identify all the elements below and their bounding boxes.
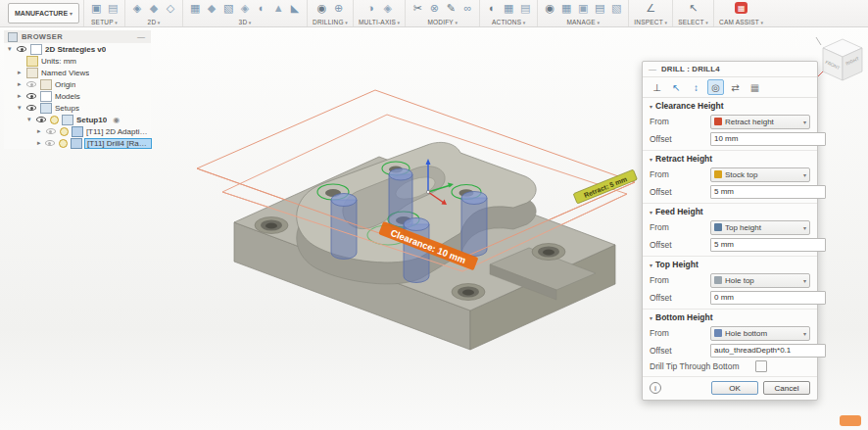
expander-icon[interactable] <box>37 127 43 135</box>
expander-icon[interactable] <box>27 116 33 123</box>
browser-item-document[interactable]: 2D Strategies v0 <box>4 43 151 55</box>
workspace-switcher[interactable]: MANUFACTURE <box>8 3 79 24</box>
feed-from-dropdown[interactable]: Top height <box>710 220 810 235</box>
ramp-icon[interactable] <box>271 2 285 15</box>
trim-icon[interactable] <box>410 2 424 15</box>
post-process-icon[interactable] <box>502 2 515 15</box>
dialog-drag-icon[interactable] <box>649 65 656 73</box>
browser-item-named-views[interactable]: Named Views <box>4 67 151 78</box>
expander-icon[interactable] <box>18 104 24 112</box>
browser-item-setup10[interactable]: Setup10 <box>4 114 151 125</box>
section-header[interactable]: Top Height <box>643 257 817 271</box>
visibility-eye-icon[interactable] <box>17 44 27 54</box>
expander-icon[interactable] <box>18 80 24 88</box>
browser-item-2d-adaptive8[interactable]: [T11] 2D Adaptive8 <box>4 125 151 137</box>
expander-icon[interactable] <box>18 92 24 100</box>
visibility-eye-icon[interactable] <box>36 115 47 124</box>
top-offset-input[interactable] <box>710 291 826 305</box>
3d-adaptive-icon[interactable] <box>188 2 202 15</box>
expander-icon[interactable] <box>8 45 14 53</box>
browser-item-units[interactable]: Units: mm <box>4 55 151 67</box>
stock-icon[interactable] <box>106 2 120 15</box>
toolbar-group-inspect-label[interactable]: INSPECT <box>634 19 667 25</box>
toolbar-group-setup-label[interactable]: SETUP <box>91 19 118 25</box>
measure-icon[interactable] <box>644 2 657 15</box>
toolpath-link-icon[interactable] <box>460 2 474 15</box>
browser-minimize-icon[interactable]: — <box>135 32 147 41</box>
toolbar-group-actions-label[interactable]: ACTIONS <box>492 19 526 25</box>
toolbar-group-cam-assist-label[interactable]: CAM ASSIST <box>719 19 763 25</box>
rotary-icon[interactable] <box>381 2 395 15</box>
toolbar-group-2d-label[interactable]: 2D <box>148 19 161 25</box>
2d-adaptive-icon[interactable] <box>130 2 144 15</box>
ok-button[interactable]: OK <box>711 381 758 395</box>
section-header[interactable]: Clearance Height <box>643 98 817 113</box>
clearance-from-dropdown[interactable]: Retract height <box>710 115 810 129</box>
toolbar-group-3d-label[interactable]: 3D <box>239 19 252 25</box>
template-icon[interactable] <box>593 2 606 15</box>
post-library-icon[interactable] <box>576 2 590 15</box>
section-header[interactable]: Retract Height <box>643 151 817 166</box>
expander-icon[interactable] <box>18 69 24 76</box>
visibility-eye-icon[interactable] <box>45 138 56 148</box>
tab-geometry[interactable] <box>668 79 685 95</box>
tab-post[interactable] <box>747 79 763 95</box>
tab-tool[interactable] <box>649 79 665 95</box>
cam-assist-icon[interactable] <box>735 2 747 14</box>
browser-item-drill4[interactable]: [T11] Drill4 [Rapid c... <box>4 137 151 149</box>
tool-library-icon[interactable] <box>543 2 556 15</box>
delete-toolpath-icon[interactable] <box>427 2 441 15</box>
horizontal-icon[interactable] <box>255 2 268 15</box>
dialog-tabs <box>643 77 817 98</box>
tab-linking[interactable] <box>727 79 744 95</box>
browser-item-models[interactable]: Models <box>4 90 151 102</box>
info-icon[interactable] <box>650 382 661 394</box>
setup-sheet-icon[interactable] <box>518 2 532 15</box>
parallel-icon[interactable] <box>221 2 235 15</box>
visibility-eye-icon[interactable] <box>46 126 57 136</box>
tab-cycle[interactable] <box>707 79 724 95</box>
toolbar-group-multiaxis-label[interactable]: MULTI-AXIS <box>359 19 400 25</box>
visibility-eye-icon[interactable] <box>26 103 37 113</box>
section-header[interactable]: Bottom Height <box>643 310 817 324</box>
browser-item-setups[interactable]: Setups <box>4 102 151 114</box>
retract-offset-input[interactable] <box>710 185 826 199</box>
retract-from-dropdown[interactable]: Stock top <box>710 167 810 182</box>
drill-icon[interactable] <box>315 2 329 15</box>
folder-icon[interactable] <box>609 2 623 15</box>
section-title: Retract Height <box>655 154 712 164</box>
2d-pocket-icon[interactable] <box>147 2 161 15</box>
3d-pocket-icon[interactable] <box>205 2 218 15</box>
new-setup-icon[interactable] <box>89 2 103 15</box>
section-header[interactable]: Feed Height <box>643 204 817 218</box>
top-from-dropdown[interactable]: Hole top <box>710 273 810 288</box>
steep-shallow-icon[interactable] <box>288 2 302 15</box>
visibility-eye-icon[interactable] <box>26 79 37 89</box>
bore-icon[interactable] <box>332 2 346 15</box>
toolbar-group-drilling-label[interactable]: DRILLING <box>313 19 348 25</box>
select-icon[interactable] <box>687 2 700 15</box>
bottom-from-dropdown[interactable]: Hole bottom <box>710 326 810 341</box>
face-icon[interactable] <box>164 2 177 15</box>
toolbar-group-actions: ACTIONS <box>479 0 537 26</box>
toolbar-group-select-label[interactable]: SELECT <box>678 19 708 25</box>
contour-icon[interactable] <box>238 2 252 15</box>
toolbar-group-modify-label[interactable]: MODIFY <box>427 19 458 25</box>
edit-toolpath-icon[interactable] <box>444 2 458 15</box>
toolbar-group-manage-label[interactable]: MANAGE <box>566 19 600 25</box>
browser-item-origin[interactable]: Origin <box>4 78 151 90</box>
dialog-title-bar[interactable]: DRILL : DRILL4 <box>643 62 817 77</box>
simulate-icon[interactable] <box>485 2 499 15</box>
drill-tip-through-bottom-checkbox[interactable] <box>755 360 767 372</box>
feed-offset-input[interactable] <box>710 238 826 252</box>
swarf-icon[interactable] <box>364 2 378 15</box>
bottom-offset-input[interactable] <box>710 344 826 358</box>
chevron-down-icon <box>650 262 652 268</box>
from-label: From <box>650 117 710 126</box>
machine-library-icon[interactable] <box>559 2 573 15</box>
clearance-offset-input[interactable] <box>710 132 826 146</box>
cancel-button[interactable]: Cancel <box>763 381 810 395</box>
expander-icon[interactable] <box>37 139 42 147</box>
visibility-eye-icon[interactable] <box>26 91 37 101</box>
tab-heights[interactable] <box>688 79 704 95</box>
